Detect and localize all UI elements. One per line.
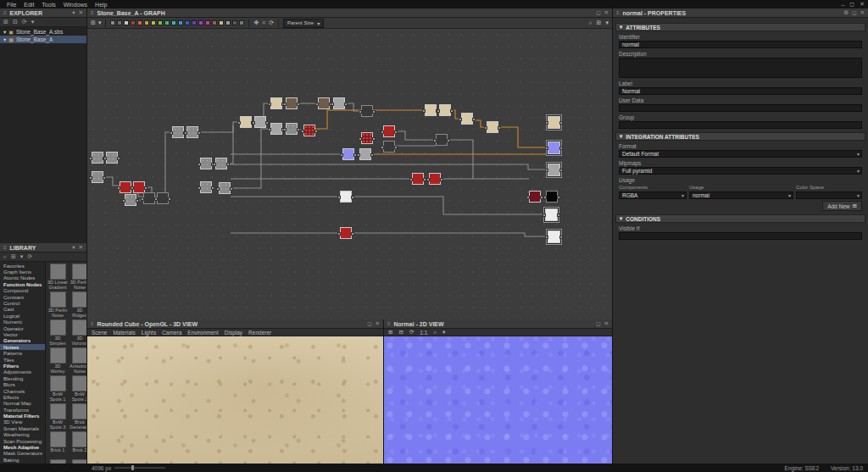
library-category[interactable]: Filters (0, 363, 45, 369)
float-panel-icon[interactable]: ◻ (596, 320, 600, 327)
property-value-field[interactable] (619, 121, 862, 129)
graph-node[interactable] (270, 97, 282, 109)
library-thumbnail[interactable]: 3D Simplex Noise (47, 319, 68, 346)
graph-node[interactable] (318, 97, 330, 109)
view-2d-tool-icon[interactable]: ⌕ (433, 329, 437, 336)
property-value-field[interactable] (619, 104, 862, 112)
graph-node[interactable] (361, 132, 373, 144)
property-value-field[interactable] (619, 232, 862, 240)
library-category[interactable]: Vector (0, 331, 45, 337)
close-icon[interactable]: ✕ (604, 9, 609, 16)
graph-dropdown-icon[interactable]: ▾ (98, 19, 102, 26)
graph-node[interactable] (92, 152, 103, 164)
graph-node[interactable] (546, 191, 558, 203)
view-3d-menu-item[interactable]: Materials (113, 330, 135, 336)
library-category[interactable]: 3D View (0, 419, 45, 425)
menu-item[interactable]: Edit (24, 2, 34, 8)
graph-size-dropdown[interactable]: Parent Size ▾ (283, 19, 324, 28)
atomic-node-shortcut[interactable] (219, 20, 224, 25)
library-category[interactable]: Effects (0, 394, 45, 400)
graph-node[interactable] (545, 208, 558, 221)
atomic-node-shortcut[interactable] (225, 20, 231, 25)
library-category[interactable]: Control (0, 300, 45, 306)
library-tool-icon[interactable]: ⟳ (27, 253, 32, 260)
graph-tool-icon[interactable]: ✥ (253, 19, 259, 26)
explorer-tool-icon[interactable]: ▾ (31, 19, 35, 25)
library-category[interactable]: Constant (0, 294, 45, 300)
graph-home-icon[interactable]: ⊞ (91, 19, 96, 26)
view-3d-menu-item[interactable]: Lights (142, 330, 156, 336)
atomic-node-shortcut[interactable] (131, 20, 136, 25)
view-3d-menu-item[interactable]: Renderer (248, 330, 271, 336)
library-category[interactable]: Transforms (0, 407, 45, 413)
library-category[interactable]: Mesh Adaptive (0, 444, 45, 450)
library-category[interactable]: Blurs (0, 381, 45, 387)
properties-title-icon[interactable]: ⚙ (843, 9, 849, 16)
view-2d-tool-icon[interactable]: 1:1 (420, 330, 427, 336)
graph-node[interactable] (172, 126, 184, 138)
library-category[interactable]: Cast (0, 307, 45, 313)
library-category[interactable]: Normal Map (0, 401, 45, 407)
graph-node[interactable] (303, 125, 315, 136)
graph-node[interactable] (461, 113, 473, 125)
graph-node[interactable] (548, 142, 560, 154)
section-integration-attributes[interactable]: ▾ INTEGRATION ATTRIBUTES (615, 132, 865, 141)
property-value-field[interactable]: Default Format (619, 150, 862, 158)
tree-item[interactable]: ▾ ▣ Stone_Base_A.sbs (0, 28, 86, 36)
properties-title-icon[interactable]: ✕ (860, 9, 865, 16)
graph-view-icon[interactable]: ⌕ (589, 19, 593, 26)
graph-node[interactable] (429, 173, 441, 185)
graph-node[interactable] (383, 141, 395, 153)
window-control-button[interactable]: ◻ (849, 1, 854, 8)
usage-components-select[interactable]: RGBA (619, 192, 687, 199)
property-value-field[interactable] (619, 58, 862, 78)
graph-node[interactable] (143, 192, 155, 204)
library-category[interactable]: Noises (0, 344, 45, 350)
graph-node[interactable] (133, 181, 145, 193)
library-thumbnail[interactable]: BnW Spots 2 (70, 375, 86, 402)
graph-node[interactable] (219, 182, 231, 194)
close-icon[interactable]: ✕ (79, 9, 83, 16)
panel-menu-icon[interactable]: ▾ (72, 9, 75, 16)
float-panel-icon[interactable]: ◻ (596, 9, 600, 16)
expand-caret-icon[interactable]: ▾ (3, 29, 6, 36)
graph-node[interactable] (342, 148, 354, 160)
library-category[interactable]: Favorites (0, 263, 45, 269)
graph-node[interactable] (125, 194, 136, 206)
library-thumbnail[interactable]: 3D Perlin Noise (70, 264, 86, 290)
library-thumbnail[interactable]: 3D Voronoi (70, 319, 86, 346)
graph-node[interactable] (548, 164, 560, 176)
usage-colorspace-select[interactable] (796, 192, 862, 199)
menu-item[interactable]: File (7, 2, 16, 8)
graph-node[interactable] (92, 171, 103, 183)
atomic-node-shortcut[interactable] (171, 20, 176, 25)
graph-node[interactable] (340, 191, 352, 203)
section-attributes[interactable]: ▾ ATTRIBUTES (615, 23, 865, 31)
library-category[interactable]: Graph Items (0, 269, 45, 275)
graph-node[interactable] (200, 158, 212, 169)
atomic-node-shortcut[interactable] (110, 20, 115, 25)
library-category[interactable]: Smart Materials (0, 425, 45, 431)
library-thumbnail[interactable]: Anisotropic Noise (70, 347, 86, 374)
close-icon[interactable]: ✕ (376, 320, 380, 327)
view-2d-tool-icon[interactable]: ⊟ (398, 329, 403, 336)
graph-node[interactable] (548, 230, 560, 243)
graph-node[interactable] (120, 181, 131, 193)
graph-node[interactable] (106, 152, 118, 164)
library-thumbnail[interactable]: 3D Worley Noise (47, 347, 68, 374)
atomic-node-shortcut[interactable] (198, 20, 203, 25)
library-thumbnail[interactable]: 3D Linear Gradient (47, 264, 68, 290)
view-2d-tool-icon[interactable]: ⟳ (409, 329, 414, 336)
graph-view-icon[interactable]: ⊞ (597, 19, 602, 26)
add-new-usage-button[interactable]: Add New ⊞ (822, 201, 862, 211)
library-thumbnail[interactable]: BnW Spots 3 (47, 403, 68, 430)
property-value-field[interactable]: Normal (619, 87, 862, 95)
library-category[interactable]: Material Filters (0, 413, 45, 419)
view-2d-tool-icon[interactable]: ⊞ (388, 329, 392, 336)
graph-canvas[interactable] (87, 29, 612, 319)
library-category[interactable]: Numeric (0, 319, 45, 325)
atomic-node-shortcut[interactable] (117, 20, 122, 25)
menu-item[interactable]: Tools (42, 2, 55, 8)
library-category[interactable]: Baking (0, 457, 45, 463)
view-3d-menu-item[interactable]: Environment (187, 330, 219, 336)
